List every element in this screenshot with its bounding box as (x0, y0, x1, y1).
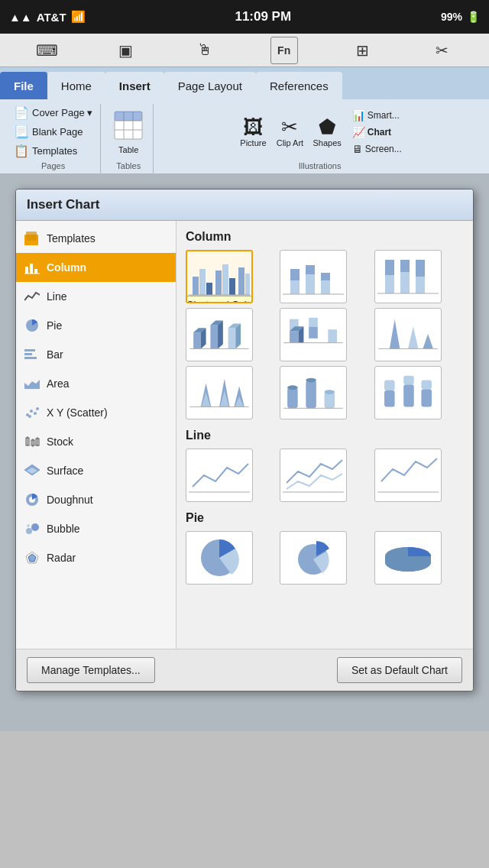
templates-label: Templates (47, 232, 96, 245)
tab-references[interactable]: References (256, 72, 342, 99)
chart-type-bar[interactable]: Bar (16, 340, 176, 369)
line-thumb-2[interactable] (280, 449, 347, 502)
templates-icon (24, 230, 40, 247)
picture-label: Picture (240, 138, 266, 147)
pyramid-stacked-thumb[interactable] (186, 366, 253, 419)
chart-type-templates[interactable]: Templates (16, 224, 176, 253)
svg-rect-55 (400, 260, 410, 272)
line-section-title: Line (186, 429, 464, 442)
3d-stacked-column-thumb[interactable] (280, 308, 347, 361)
ribbon: File Home Insert Page Layout References … (0, 67, 489, 173)
smartart-btn[interactable]: 📊 Smart... (351, 108, 403, 123)
svg-point-32 (26, 528, 32, 534)
pages-items: 📄 Cover Page ▾ 📃 Blank Page 📋 T (12, 104, 94, 160)
svg-rect-76 (329, 329, 338, 342)
toolbar-row: ⌨ ▣ 🖱 Fn ⊞ ✂ (0, 34, 489, 67)
chart-type-scatter[interactable]: X Y (Scatter) (16, 398, 176, 427)
pie-thumb-2[interactable] (280, 531, 347, 585)
svg-rect-38 (199, 269, 206, 295)
cone-column-thumb[interactable] (374, 308, 442, 361)
cover-page-btn[interactable]: 📄 Cover Page ▾ (12, 104, 94, 121)
blank-page-label: Blank Page (32, 126, 83, 138)
insert-chart-dialog-overlay: Insert Chart Templates (0, 181, 489, 699)
picture-btn[interactable]: 🖼 Picture (236, 115, 270, 149)
ribbon-group-pages: 📄 Cover Page ▾ 📃 Blank Page 📋 T (6, 104, 101, 173)
column-section-title: Column (186, 230, 464, 244)
window-icon[interactable]: ▣ (112, 37, 140, 64)
svg-point-21 (28, 415, 31, 418)
shapes-icon: ⬟ (319, 117, 336, 137)
tab-pagelayout[interactable]: Page Layout (164, 72, 256, 99)
insert-chart-dialog: Insert Chart Templates (15, 189, 474, 691)
keyboard-icon[interactable]: ⌨ (34, 37, 61, 64)
svg-rect-99 (403, 376, 414, 385)
tab-home[interactable]: Home (47, 72, 105, 99)
100pct-stacked-column-thumb[interactable] (374, 250, 442, 303)
clipart-btn[interactable]: ✂ Clip Art (273, 115, 306, 149)
svg-rect-54 (385, 275, 394, 293)
screen-btn[interactable]: 🖥 Screen... (351, 141, 403, 157)
pie-thumb-1[interactable] (186, 531, 253, 585)
tab-file[interactable]: File (0, 72, 47, 99)
chart-type-bubble[interactable]: Bubble (16, 514, 176, 543)
stacked-column-thumb[interactable] (280, 250, 347, 303)
fn-icon[interactable]: Fn (270, 37, 298, 64)
mouse-icon[interactable]: 🖱 (191, 37, 219, 64)
line-label: Line (47, 290, 66, 303)
page-break-icon: 📋 (14, 144, 29, 158)
svg-rect-53 (385, 260, 394, 275)
screen-icon: 🖥 (352, 143, 363, 155)
stacked-cylinder-thumb[interactable] (374, 366, 442, 419)
grid-icon[interactable]: ⊞ (349, 37, 377, 64)
chart-btn[interactable]: 📈 Chart (351, 125, 403, 140)
blank-page-btn[interactable]: 📃 Blank Page (12, 123, 94, 141)
pie-chart-grid (186, 531, 464, 585)
clipart-label: Clip Art (277, 138, 303, 147)
svg-point-94 (325, 390, 335, 394)
svg-marker-79 (408, 326, 419, 348)
svg-marker-16 (24, 380, 40, 389)
pie-thumb-3[interactable] (374, 531, 442, 585)
wifi-icon: 📶 (71, 10, 86, 24)
page-break-btn[interactable]: 📋 Templates (12, 142, 94, 160)
table-btn[interactable]: Table (110, 108, 147, 156)
chart-type-area[interactable]: Area (16, 369, 176, 398)
manage-templates-btn[interactable]: Manage Templates... (27, 657, 155, 683)
tables-items: Table (110, 104, 147, 160)
area-label: Area (47, 377, 70, 390)
clustered-column-thumb[interactable]: Clustered Column (186, 250, 253, 303)
line-thumb-1[interactable] (186, 449, 253, 502)
svg-point-18 (30, 410, 33, 413)
svg-rect-7 (26, 232, 37, 241)
3d-clustered-column-thumb[interactable] (186, 308, 253, 361)
pie-icon (24, 317, 40, 334)
line-thumb-3[interactable] (374, 449, 442, 502)
svg-rect-49 (306, 274, 315, 294)
chart-type-line[interactable]: Line (16, 282, 176, 311)
column-icon (24, 259, 40, 276)
chart-type-stock[interactable]: Stock (16, 427, 176, 456)
doughnut-label: Doughnut (47, 494, 93, 506)
set-default-chart-btn[interactable]: Set as Default Chart (337, 657, 462, 683)
shapes-btn[interactable]: ⬟ Shapes (309, 115, 344, 149)
svg-rect-63 (210, 325, 218, 348)
tab-insert[interactable]: Insert (105, 72, 164, 99)
tools-icon[interactable]: ✂ (428, 37, 455, 64)
svg-rect-50 (321, 273, 330, 280)
svg-point-34 (27, 524, 30, 527)
scatter-icon (24, 404, 40, 421)
chart-type-column[interactable]: Column (16, 253, 176, 282)
svg-rect-58 (416, 277, 425, 293)
chart-type-pie[interactable]: Pie (16, 311, 176, 340)
svg-rect-44 (245, 274, 250, 295)
chart-type-doughnut[interactable]: Doughnut (16, 485, 176, 514)
table-icon (113, 110, 144, 144)
bar-icon (24, 346, 40, 363)
chart-label: Chart (368, 127, 391, 138)
chart-ribbon-icon: 📈 (352, 126, 365, 138)
chart-type-radar[interactable]: Radar (16, 543, 176, 572)
cylinder-thumb[interactable] (280, 366, 347, 419)
chart-type-surface[interactable]: Surface (16, 456, 176, 485)
svg-point-92 (306, 378, 317, 383)
svg-point-20 (36, 407, 39, 410)
